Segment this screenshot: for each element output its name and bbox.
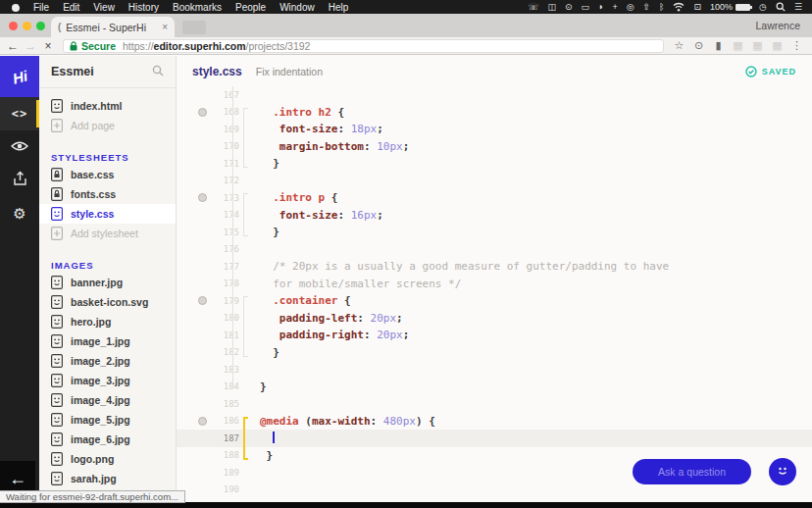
menu-item-people[interactable]: People [235,2,266,13]
sidebar-item-base-css[interactable]: base.css [39,165,176,184]
video-camera-icon[interactable]: ◫ [547,3,556,12]
code-line-182[interactable]: 182 } [177,344,812,362]
sidebar-item-style-css[interactable]: style.css [39,204,176,224]
window-minimize-button[interactable] [23,22,31,30]
apple-icon[interactable] [12,3,22,12]
code-line-167[interactable]: 167 [177,86,812,104]
code-line-173[interactable]: 173 .intro p { [177,189,812,207]
phone-icon[interactable]: ☏ [528,3,538,12]
fix-indentation-button[interactable]: Fix indentation [256,66,323,77]
code-line-168[interactable]: 168 .intro h2 { [177,104,812,122]
address-bar[interactable]: Secure https://editor.superhi.com/projec… [63,39,664,53]
extension-circle-icon[interactable]: ⊙ [691,39,706,52]
battery-indicator[interactable]: 100% [710,3,750,12]
line-number: 176 [212,244,239,254]
code-line-171[interactable]: 171 } [177,155,812,173]
preview-button[interactable] [0,130,39,164]
search-icon[interactable] [152,63,164,80]
code-line-187[interactable]: 187 [177,430,812,447]
extension-faded-3-icon[interactable]: ▦ [770,39,785,52]
code-line-170[interactable]: 170 margin-bottom: 10px; [177,138,812,156]
menu-item-edit[interactable]: Edit [63,2,79,13]
menu-item-file[interactable]: File [33,2,49,13]
window-close-button[interactable] [9,22,18,30]
droplet-icon[interactable]: ◗ [598,3,603,12]
code-line-172[interactable]: 172 [177,173,812,190]
tab-close-icon[interactable]: × [162,22,168,32]
clock-icon[interactable]: ◷ [759,3,767,12]
code-line-178[interactable]: 178 for mobile/smaller screens */ [177,276,812,293]
extension-faded-2-icon[interactable]: ▦ [750,39,765,52]
sidebar-item-image-1-jpg[interactable]: image_1.jpg [39,331,176,351]
spotlight-search-icon[interactable] [776,2,786,12]
menu-item-help[interactable]: Help [329,2,349,13]
new-tab-button[interactable] [182,21,206,34]
bluetooth-icon[interactable]: ᛒ [659,3,664,12]
file-label: Add stylesheet [71,228,138,239]
sidebar-item-index-html[interactable]: index.html [39,96,176,116]
code-line-181[interactable]: 181 padding-right: 20px; [177,327,812,344]
share-icon[interactable]: ⇧ [643,3,651,12]
superhi-logo[interactable]: Hi [0,56,39,97]
code-view-button[interactable]: <> [0,97,39,130]
window-zoom-button[interactable] [36,22,45,30]
browser-tab[interactable]: ( Essmei - SuperHi × [51,17,175,37]
file-label: image_2.jpg [71,355,130,367]
circle-icon[interactable]: ◎ [627,3,634,12]
plus-icon[interactable]: + [612,3,617,12]
forward-button[interactable]: → [22,39,39,53]
sidebar-item-image-2-jpg[interactable]: image_2.jpg [39,351,176,371]
info-circle-icon[interactable]: ⊙ [565,3,573,12]
bookmark-star-icon[interactable]: ☆ [672,39,686,52]
fold-toggle-icon[interactable] [198,193,207,202]
menu-item-bookmarks[interactable]: Bookmarks [173,2,222,13]
code-line-169[interactable]: 169 font-size: 18px; [177,121,812,138]
code-line-176[interactable]: 176 [177,241,812,259]
extension-faded-1-icon[interactable]: ▦ [731,39,745,52]
notification-menu-icon[interactable]: ☰ [794,3,802,12]
menu-kebab-icon[interactable]: ⋮ [789,39,804,52]
browser-profile-name[interactable]: Lawrence [755,20,800,31]
display-icon[interactable]: ⊡ [693,3,701,12]
line-number: 188 [212,450,239,460]
menu-item-history[interactable]: History [128,2,159,13]
sidebar-item-image-5-jpg[interactable]: image_5.jpg [39,410,176,430]
code-line-179[interactable]: 179 .container { [177,292,812,310]
fold-toggle-icon[interactable] [198,108,207,117]
stop-button[interactable]: × [39,39,57,53]
sidebar-item-banner-jpg[interactable]: banner.jpg [39,273,176,292]
extension-bar-icon[interactable]: ▮ [711,39,726,52]
sidebar-item-hero-jpg[interactable]: hero.jpg [39,312,176,331]
sidebar-item-basket-icon-svg[interactable]: basket-icon.svg [39,292,176,312]
menu-item-window[interactable]: Window [279,2,315,13]
sidebar-item-fonts-css[interactable]: fonts.css [39,184,176,204]
wifi-icon[interactable] [673,2,685,12]
code-line-186[interactable]: 186@media (max-width: 480px) { [177,413,812,431]
ask-question-button[interactable]: Ask a question [633,459,751,484]
code-line-183[interactable]: 183 [177,361,812,379]
sidebar-item-logo-png[interactable]: logo.png [39,449,176,469]
sidebar-item-sarah-jpg[interactable]: sarah.jpg [39,469,176,488]
publish-button[interactable] [0,164,39,197]
sidebar-item-image-6-jpg[interactable]: image_6.jpg [39,430,176,449]
back-button[interactable]: ← [4,39,22,53]
fold-toggle-icon[interactable] [198,417,207,426]
code-line-184[interactable]: 184} [177,379,812,396]
menu-item-view[interactable]: View [93,2,115,13]
sidebar-item-add-page[interactable]: Add page [39,116,176,135]
help-chat-button[interactable] [769,458,796,485]
window-icon[interactable]: ▭ [581,3,589,12]
code-line-175[interactable]: 175 } [177,224,812,241]
file-label: fonts.css [71,188,116,200]
code-line-180[interactable]: 180 padding-left: 20px; [177,310,812,328]
settings-button[interactable]: ⚙ [0,197,39,230]
sidebar-item-image-3-jpg[interactable]: image_3.jpg [39,371,176,390]
url-scheme: https:// [123,40,154,52]
code-line-177[interactable]: 177 /* 20px is a usually a good measure … [177,258,812,276]
fold-toggle-icon[interactable] [198,296,207,305]
sidebar-item-image-4-jpg[interactable]: image_4.jpg [39,390,176,410]
code-line-174[interactable]: 174 font-size: 16px; [177,207,812,225]
code-editor[interactable]: 167168 .intro h2 {169 font-size: 18px;17… [177,86,812,501]
code-line-185[interactable]: 185 [177,395,812,413]
sidebar-item-add-stylesheet[interactable]: Add stylesheet [39,224,176,243]
